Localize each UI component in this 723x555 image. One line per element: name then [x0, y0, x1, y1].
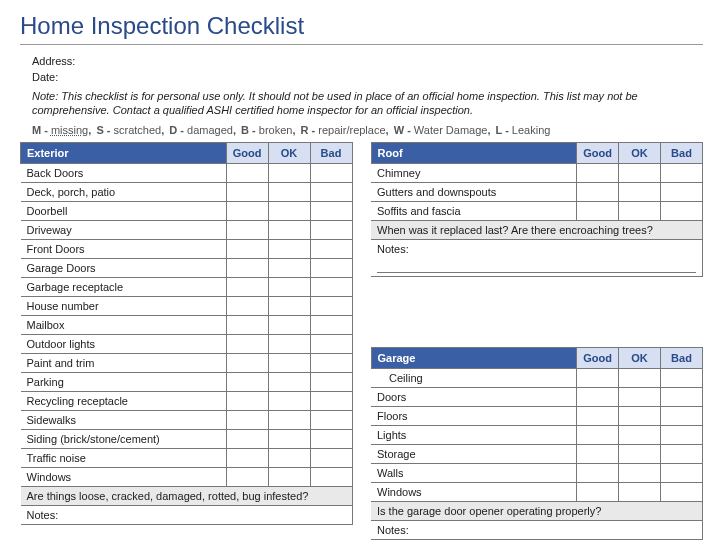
rating-cell[interactable] [226, 410, 268, 429]
rating-cell[interactable] [268, 182, 310, 201]
notes-label: Notes: [27, 509, 59, 521]
rating-cell[interactable] [310, 353, 352, 372]
rating-cell[interactable] [226, 258, 268, 277]
table-row: Doorbell [21, 201, 353, 220]
rating-cell[interactable] [226, 467, 268, 486]
rating-cell[interactable] [577, 463, 619, 482]
rating-cell[interactable] [661, 406, 703, 425]
rating-cell[interactable] [661, 182, 703, 201]
rating-cell[interactable] [310, 448, 352, 467]
col-bad: Bad [310, 142, 352, 163]
rating-cell[interactable] [577, 425, 619, 444]
rating-cell[interactable] [661, 201, 703, 220]
rating-cell[interactable] [310, 277, 352, 296]
table-row: Recycling receptacle [21, 391, 353, 410]
rating-cell[interactable] [310, 372, 352, 391]
rating-cell[interactable] [619, 163, 661, 182]
rating-cell[interactable] [268, 220, 310, 239]
rating-cell[interactable] [661, 444, 703, 463]
rating-cell[interactable] [226, 163, 268, 182]
rating-cell[interactable] [310, 410, 352, 429]
rating-cell[interactable] [577, 368, 619, 387]
rating-cell[interactable] [619, 463, 661, 482]
rating-cell[interactable] [577, 387, 619, 406]
date-label: Date: [32, 71, 703, 83]
rating-cell[interactable] [268, 258, 310, 277]
rating-cell[interactable] [226, 182, 268, 201]
section-header-garage: Garage [371, 347, 577, 368]
rating-cell[interactable] [226, 277, 268, 296]
rating-cell[interactable] [661, 463, 703, 482]
rating-cell[interactable] [268, 467, 310, 486]
rating-cell[interactable] [226, 353, 268, 372]
rating-cell[interactable] [226, 372, 268, 391]
roof-prompt: When was it replaced last? Are there enc… [371, 220, 703, 239]
table-row: Mailbox [21, 315, 353, 334]
rating-cell[interactable] [268, 448, 310, 467]
rating-cell[interactable] [619, 406, 661, 425]
rating-cell[interactable] [310, 391, 352, 410]
rating-cell[interactable] [619, 201, 661, 220]
rating-cell[interactable] [226, 334, 268, 353]
item-label: Deck, porch, patio [21, 182, 227, 201]
table-row: Soffits and fascia [371, 201, 703, 220]
rating-cell[interactable] [226, 448, 268, 467]
rating-cell[interactable] [661, 482, 703, 501]
col-ok: OK [619, 347, 661, 368]
rating-cell[interactable] [619, 444, 661, 463]
rating-cell[interactable] [661, 387, 703, 406]
rating-cell[interactable] [577, 444, 619, 463]
rating-cell[interactable] [226, 315, 268, 334]
rating-cell[interactable] [268, 353, 310, 372]
rating-cell[interactable] [268, 239, 310, 258]
table-row: Paint and trim [21, 353, 353, 372]
rating-cell[interactable] [268, 163, 310, 182]
rating-cell[interactable] [619, 182, 661, 201]
rating-cell[interactable] [268, 372, 310, 391]
rating-cell[interactable] [619, 425, 661, 444]
rating-cell[interactable] [310, 182, 352, 201]
rating-cell[interactable] [310, 258, 352, 277]
rating-cell[interactable] [268, 429, 310, 448]
rating-cell[interactable] [268, 296, 310, 315]
page-title: Home Inspection Checklist [20, 12, 703, 40]
rating-cell[interactable] [268, 334, 310, 353]
rating-cell[interactable] [619, 482, 661, 501]
rating-cell[interactable] [661, 368, 703, 387]
rating-cell[interactable] [310, 201, 352, 220]
rating-cell[interactable] [577, 406, 619, 425]
rating-cell[interactable] [310, 239, 352, 258]
rating-cell[interactable] [268, 277, 310, 296]
rating-cell[interactable] [661, 163, 703, 182]
exterior-rows: Back DoorsDeck, porch, patioDoorbellDriv… [21, 163, 353, 486]
rating-cell[interactable] [310, 467, 352, 486]
item-label: Windows [371, 482, 577, 501]
rating-cell[interactable] [268, 201, 310, 220]
item-label: Storage [371, 444, 577, 463]
rating-cell[interactable] [226, 201, 268, 220]
rating-cell[interactable] [226, 391, 268, 410]
rating-cell[interactable] [226, 239, 268, 258]
rating-cell[interactable] [577, 482, 619, 501]
table-row: Gutters and downspouts [371, 182, 703, 201]
rating-cell[interactable] [310, 163, 352, 182]
rating-cell[interactable] [226, 429, 268, 448]
rating-cell[interactable] [619, 387, 661, 406]
rating-cell[interactable] [268, 410, 310, 429]
rating-cell[interactable] [577, 163, 619, 182]
rating-cell[interactable] [268, 315, 310, 334]
rating-cell[interactable] [661, 425, 703, 444]
rating-cell[interactable] [619, 368, 661, 387]
rating-cell[interactable] [268, 391, 310, 410]
rating-cell[interactable] [577, 201, 619, 220]
rating-cell[interactable] [310, 334, 352, 353]
rating-cell[interactable] [577, 182, 619, 201]
rating-cell[interactable] [226, 296, 268, 315]
rating-cell[interactable] [310, 315, 352, 334]
rating-cell[interactable] [310, 429, 352, 448]
table-row: Walls [371, 463, 703, 482]
rating-cell[interactable] [226, 220, 268, 239]
section-header-exterior: Exterior [21, 142, 227, 163]
rating-cell[interactable] [310, 220, 352, 239]
rating-cell[interactable] [310, 296, 352, 315]
